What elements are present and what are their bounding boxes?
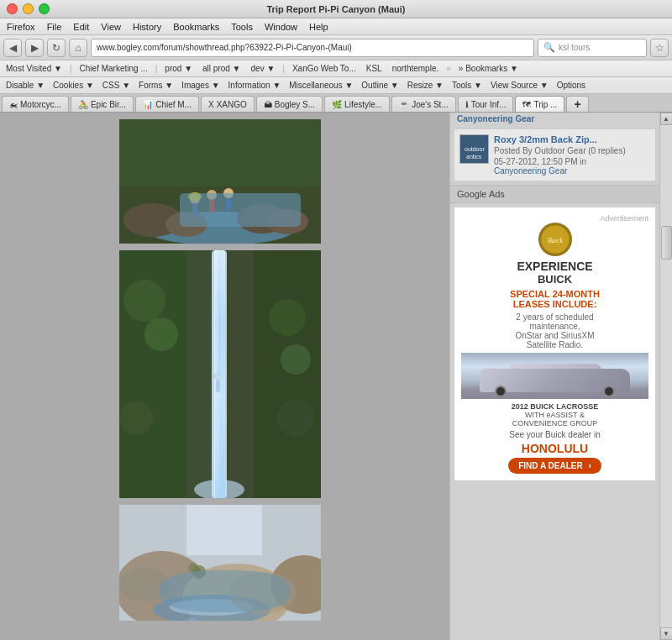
tab-bogley[interactable]: 🏔 Bogley S... [256,96,323,112]
bm-dev[interactable]: dev ▼ [249,63,278,74]
post-date: 05-27-2012, 12:50 PM in [494,157,650,166]
url-bar[interactable]: www.bogley.com/forum/showthread.php?6392… [91,39,534,57]
tool-outline[interactable]: Outline ▼ [359,80,401,91]
find-dealer-button[interactable]: FIND A DEALER › [508,458,601,474]
svg-rect-18 [212,250,227,498]
post-title[interactable]: Roxy 3/2mm Back Zip... [494,134,650,144]
tab-lifestyle[interactable]: 🌿 Lifestyle... [324,96,390,112]
menu-bar: Firefox File Edit View History Bookmarks… [0,18,672,35]
tab-motorcyc[interactable]: 🏍 Motorcyc... [2,96,69,112]
tab-trip-icon: 🗺 [522,100,531,109]
forum-images [0,113,449,627]
menu-tools[interactable]: Tools [231,22,253,32]
maximize-button[interactable] [39,3,50,14]
menu-edit[interactable]: Edit [73,22,89,32]
svg-rect-22 [216,380,220,392]
ad-buick-subtitle: BUICK [461,273,648,286]
svg-point-25 [144,317,178,351]
svg-text:antics: antics [466,154,482,160]
scroll-down-button[interactable]: ▼ [660,627,673,640]
svg-point-3 [165,212,207,237]
svg-point-28 [119,401,153,435]
svg-point-26 [269,299,306,336]
tab-epic-bir[interactable]: 🚴 Epic Bir... [71,96,134,112]
back-button[interactable]: ◀ [3,39,22,57]
ad-city: HONOLULU [461,442,648,455]
menu-view[interactable]: View [101,22,121,32]
forum-image-1 [119,119,321,244]
tools-bar: Disable ▼ Cookies ▼ CSS ▼ Forms ▼ Images… [0,77,672,94]
bookmark-star-button[interactable]: ☆ [650,39,669,57]
close-button[interactable] [7,3,18,14]
image-3-svg [119,505,321,621]
tab-xango[interactable]: X XANGO [201,96,255,112]
menu-help[interactable]: Help [309,22,328,32]
tab-xango-icon: X [208,100,214,109]
bm-chief-marketing[interactable]: Chief Marketing ... [77,63,150,74]
forum-image-3 [119,505,321,621]
nav-bar: ◀ ▶ ↻ ⌂ www.bogley.com/forum/showthread.… [0,35,672,60]
main-area: Canyoneering Gear outdoor antics Roxy 3/… [0,113,672,640]
tab-chief-icon: 📊 [143,100,153,109]
car-wheel-front [495,386,507,397]
minimize-button[interactable] [23,3,34,14]
car-image [461,353,648,399]
menu-history[interactable]: History [133,22,161,32]
scroll-up-button[interactable]: ▲ [660,113,673,125]
tool-images[interactable]: Images ▼ [179,80,222,91]
tab-new[interactable]: + [566,96,588,112]
tool-tools[interactable]: Tools ▼ [449,80,485,91]
buick-ad: Advertisement Buick EXPERIENCE BUICK SPE… [454,207,656,481]
tool-disable[interactable]: Disable ▼ [3,80,47,91]
bm-all-prod[interactable]: all prod ▼ [200,63,243,74]
reload-button[interactable]: ↻ [47,39,66,57]
forum-content [0,113,449,640]
search-icon: 🔍 [543,42,555,53]
svg-point-5 [266,209,308,234]
ad-label: Advertisement [461,214,648,223]
svg-point-7 [190,194,200,204]
bm-prod[interactable]: prod ▼ [162,63,195,74]
tool-information[interactable]: Information ▼ [226,80,284,91]
tab-chief-m[interactable]: 📊 Chief M... [135,96,199,112]
post-meta: Posted By Outdoor Gear (0 replies) [494,146,650,155]
forward-button[interactable]: ▶ [25,39,44,57]
post-category[interactable]: Canyoneering Gear [494,166,650,176]
google-ads-header: Google Ads [450,185,659,203]
sidebar-post[interactable]: outdoor antics Roxy 3/2mm Back Zip... Po… [454,129,656,181]
tab-joes-icon: ☕ [399,100,409,109]
tool-options[interactable]: Options [554,80,588,91]
ad-car-title: 2012 BUICK LACROSSE [461,402,648,411]
search-box[interactable]: 🔍 ksl tours [538,39,647,57]
menu-firefox[interactable]: Firefox [7,22,35,32]
tool-forms[interactable]: Forms ▼ [136,80,176,91]
tab-tour-inf[interactable]: ℹ Tour Inf... [458,96,514,112]
tab-trip[interactable]: 🗺 Trip ... [515,96,564,112]
home-button[interactable]: ⌂ [69,39,87,57]
svg-point-9 [207,190,217,200]
scroll-thumb[interactable] [661,226,672,260]
bm-ksl[interactable]: KSL [364,63,385,74]
svg-rect-6 [119,119,321,186]
tab-tour-icon: ℹ [465,100,469,109]
bm-most-visited[interactable]: Most Visited ▼ [3,63,65,74]
svg-point-36 [170,599,254,616]
canyoneering-gear-label: Canyoneering Gear [450,113,659,125]
bm-xango[interactable]: XanGo Web To... [290,63,359,74]
menu-window[interactable]: Window [265,22,297,32]
tab-joes[interactable]: ☕ Joe's St... [391,96,456,112]
svg-rect-12 [226,198,231,211]
svg-point-40 [188,563,198,573]
tool-resize[interactable]: Resize ▼ [405,80,446,91]
menu-file[interactable]: File [47,22,62,32]
tool-view-source[interactable]: View Source ▼ [488,80,551,91]
tab-motorcyc-icon: 🏍 [9,100,18,109]
menu-bookmarks[interactable]: Bookmarks [173,22,219,32]
tool-css[interactable]: CSS ▼ [100,80,133,91]
bm-bookmarks-menu[interactable]: » Bookmarks ▼ [456,63,521,74]
tool-cookies[interactable]: Cookies ▼ [50,80,97,91]
bm-northtemple[interactable]: northtemple. [390,63,442,74]
image-2-svg [119,250,321,498]
tool-misc[interactable]: Miscellaneous ▼ [286,80,355,91]
tab-bogley-icon: 🏔 [264,100,272,109]
